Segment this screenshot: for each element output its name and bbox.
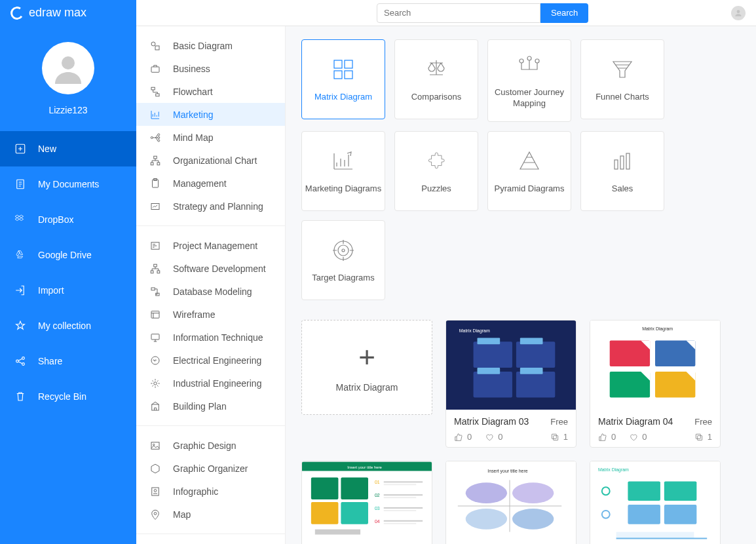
nav-new[interactable]: New (0, 131, 136, 166)
cat-management[interactable]: Management (136, 172, 285, 195)
new-template-card[interactable]: + Matrix Diagram (301, 320, 432, 415)
svg-point-5 (22, 357, 25, 360)
svg-point-42 (520, 59, 523, 63)
search-button[interactable]: Search (540, 3, 588, 23)
template-card[interactable]: Matrix Diagram Matrix Diagram 07Free 0 0… (590, 461, 721, 544)
cat-graphic-organizer[interactable]: Graphic Organizer (136, 457, 285, 480)
shapes-icon (149, 40, 161, 52)
top-bar: edraw max Search (0, 0, 756, 26)
likes-stat[interactable]: 0 (598, 432, 616, 442)
cat-industrial[interactable]: Industrial Engineering (136, 372, 285, 395)
template-card[interactable]: Matrix Diagram Matrix Diagram 03Free 0 0… (445, 320, 576, 448)
cat-business[interactable]: Business (136, 57, 285, 80)
svg-rect-59 (478, 368, 501, 374)
cat-org-chart[interactable]: Organizational Chart (136, 149, 285, 172)
cat-software-dev[interactable]: Software Development (136, 257, 285, 280)
cat-map[interactable]: Map (136, 503, 285, 526)
hexagon-icon (149, 463, 161, 475)
svg-point-1 (62, 56, 75, 69)
svg-text:Insert your title here: Insert your title here (347, 465, 382, 469)
cat-info-tech[interactable]: Information Technique (136, 326, 285, 349)
tile-puzzles[interactable]: Puzzles (394, 131, 478, 211)
likes-stat[interactable]: 0 (454, 432, 472, 442)
svg-rect-70 (696, 434, 700, 438)
cat-marketing[interactable]: Marketing (136, 103, 285, 126)
svg-rect-45 (614, 160, 618, 169)
svg-rect-90 (384, 523, 417, 524)
svg-rect-93 (446, 462, 576, 544)
svg-rect-68 (655, 372, 695, 398)
svg-text:Matrix Diagram: Matrix Diagram (642, 326, 673, 332)
svg-point-13 (158, 134, 160, 136)
favs-stat[interactable]: 0 (629, 432, 647, 442)
infographic-icon (149, 486, 161, 497)
template-card[interactable]: Insert your title here Matrix Diagram 06… (445, 461, 576, 544)
gantt-icon (149, 240, 161, 252)
cat-building[interactable]: Building Plan (136, 395, 285, 418)
svg-rect-25 (157, 271, 160, 273)
tile-funnel-charts[interactable]: Funnel Charts (580, 39, 664, 119)
nav-google-drive[interactable]: Google Drive (0, 237, 136, 273)
copies-stat[interactable]: 1 (550, 432, 568, 442)
category-group: Graphic Design Graphic Organizer Infogra… (136, 426, 285, 534)
cat-wireframe[interactable]: Wireframe (136, 303, 285, 326)
dropbox-icon (14, 214, 26, 225)
nav-my-collection[interactable]: My collection (0, 308, 136, 343)
cat-graphic-design[interactable]: Graphic Design (136, 434, 285, 457)
svg-rect-23 (154, 264, 157, 267)
svg-rect-74 (311, 477, 339, 499)
orgchart-icon (149, 155, 161, 166)
svg-rect-38 (334, 60, 342, 68)
template-thumb: Insert your title here01020304 (302, 461, 432, 544)
tile-comparisons[interactable]: Comparisons (394, 39, 478, 119)
nav-import[interactable]: Import (0, 273, 136, 308)
cat-database[interactable]: Database Modeling (136, 280, 285, 303)
cat-basic-diagram[interactable]: Basic Diagram (136, 34, 285, 57)
favs-stat[interactable]: 0 (485, 432, 502, 442)
template-card[interactable]: Matrix Diagram Matrix Diagram 04Free 0 0… (590, 320, 721, 448)
copies-stat[interactable]: 1 (694, 432, 712, 442)
building-icon (149, 400, 161, 412)
cat-flowchart[interactable]: Flowchart (136, 80, 285, 103)
cat-electrical[interactable]: Electrical Engineering (136, 349, 285, 372)
cat-project-management[interactable]: Project Management (136, 234, 285, 257)
logo-icon (9, 5, 24, 20)
user-avatar-icon[interactable] (731, 6, 746, 20)
card-title: Matrix Diagram 04 (598, 416, 673, 427)
svg-rect-47 (626, 153, 630, 169)
card-info: Matrix Diagram 04Free 0 0 1 (590, 410, 720, 447)
svg-point-6 (22, 363, 25, 366)
template-card[interactable]: Insert your title here01020304 Matrix Di… (301, 461, 432, 544)
tile-pyramid-diagrams[interactable]: Pyramid Diagrams (487, 131, 571, 211)
gear-icon (149, 378, 161, 389)
nav-dropbox[interactable]: DropBox (0, 202, 136, 237)
card-title: Matrix Diagram 03 (454, 416, 529, 427)
svg-rect-75 (341, 477, 368, 499)
avatar[interactable] (42, 42, 94, 94)
card-info: Matrix Diagram 03Free 0 0 1 (446, 410, 576, 447)
svg-rect-10 (151, 87, 155, 90)
tile-marketing-diagrams[interactable]: Marketing Diagrams (301, 131, 385, 211)
tile-matrix-diagram[interactable]: Matrix Diagram (301, 39, 385, 119)
search-input[interactable] (377, 3, 540, 23)
tree-icon (149, 263, 161, 275)
target-icon (330, 237, 356, 263)
tile-target-diagrams[interactable]: Target Diagrams (301, 220, 385, 300)
tile-customer-journey[interactable]: Customer Journey Mapping (487, 39, 571, 122)
nav-recycle-bin[interactable]: Recycle Bin (0, 379, 136, 414)
bars-icon (609, 148, 635, 174)
cat-infographic[interactable]: Infographic (136, 480, 285, 503)
app-name: edraw max (29, 6, 86, 20)
tile-sales[interactable]: Sales (580, 131, 664, 211)
svg-rect-18 (157, 163, 160, 165)
svg-text:Matrix Diagram: Matrix Diagram (459, 329, 490, 334)
database-icon (149, 286, 161, 298)
svg-rect-87 (384, 510, 417, 511)
svg-rect-11 (156, 94, 159, 96)
cat-strategy[interactable]: Strategy and Planning (136, 195, 285, 218)
nav-share[interactable]: Share (0, 343, 136, 379)
nav-label: New (38, 144, 56, 154)
cat-mind-map[interactable]: Mind Map (136, 126, 285, 149)
nav-my-documents[interactable]: My Documents (0, 166, 136, 202)
svg-rect-39 (345, 60, 352, 68)
